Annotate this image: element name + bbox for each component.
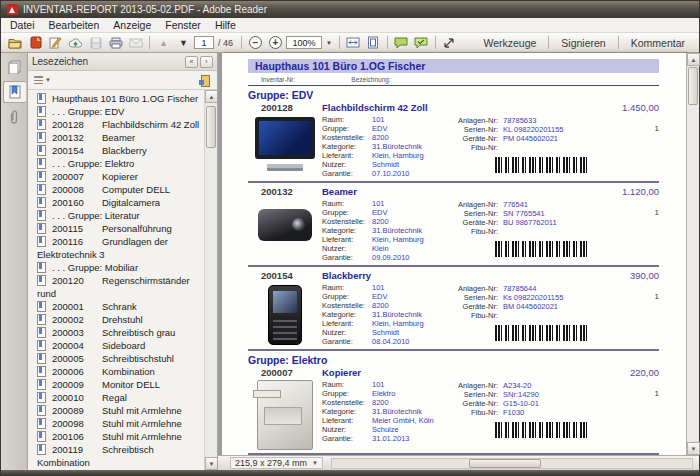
field-value: 8200	[372, 217, 440, 226]
bookmark-item[interactable]: 200120Regenschirmständer rund	[28, 274, 204, 300]
field-value: 101	[372, 199, 440, 208]
bookmark-item[interactable]: 200007Kopierer	[28, 170, 204, 183]
bookmark-item[interactable]: . . . Gruppe: EDV	[28, 105, 204, 118]
field-value: EDV	[372, 292, 440, 301]
werkzeuge-button[interactable]: Werkzeuge	[474, 33, 545, 52]
panel-menu-icon[interactable]: ›	[200, 56, 213, 68]
bookmark-item[interactable]: 200116Grundlagen der Elektrotechnik 3	[28, 235, 204, 261]
bookmark-number: 200128	[52, 118, 102, 131]
signieren-button[interactable]: Signieren	[552, 33, 614, 52]
field-label: Geräte-Nr:	[440, 399, 498, 408]
field-label: Anlagen-Nr:	[440, 116, 498, 125]
zoom-dropdown-arrow[interactable]: ▼	[323, 40, 335, 46]
document-status-bar: 215,9 x 279,4 mm ▼	[218, 455, 699, 470]
page-size-selector[interactable]: 215,9 x 279,4 mm ▼	[230, 457, 323, 469]
item-title: Blackberry	[322, 270, 630, 281]
zoom-level-value[interactable]: 100%	[286, 36, 322, 49]
bookmark-item[interactable]: 200004Sideboard	[28, 339, 204, 352]
document-vertical-scrollbar[interactable]: ▲ ▼	[686, 53, 699, 455]
fit-width-icon[interactable]	[344, 34, 363, 51]
bookmark-item[interactable]: 200003Schreibtisch grau	[28, 326, 204, 339]
bookmark-item[interactable]: . . . Gruppe: Mobiliar	[28, 261, 204, 274]
attachments-tab-icon[interactable]	[3, 106, 26, 128]
field-label: Kostenstelle:	[322, 301, 372, 310]
item-barcode	[495, 157, 587, 173]
zoom-out-icon[interactable]: −	[246, 34, 265, 51]
bookmark-item[interactable]: 200154Blackberry	[28, 144, 204, 157]
bookmark-icon	[37, 327, 46, 338]
bookmark-item[interactable]: 200106Stuhl mit Armlehne	[28, 430, 204, 443]
bookmark-number: 200004	[52, 339, 102, 352]
bookmark-item[interactable]: 200115Personalführung	[28, 222, 204, 235]
scroll-up-icon[interactable]: ▲	[205, 90, 217, 103]
create-pdf-icon[interactable]	[26, 34, 45, 51]
kommentar-button[interactable]: Kommentar	[622, 33, 694, 52]
bookmark-item[interactable]: 200098Stuhl mit Armlehne	[28, 417, 204, 430]
menu-hilfe[interactable]: Hilfe	[208, 18, 243, 32]
title-bar: INVENTAR-REPORT 2013-05-02.PDF - Adobe R…	[1, 1, 699, 18]
field-label: Serien-Nr:	[440, 125, 498, 134]
fit-page-icon[interactable]	[364, 34, 383, 51]
scroll-down-icon[interactable]: ▼	[205, 457, 217, 470]
bookmarks-scrollbar[interactable]: ▲ ▼	[204, 90, 217, 470]
bookmark-item[interactable]: Haupthaus 101 Büro 1.OG Fischer	[28, 92, 204, 105]
bookmark-item[interactable]: 200002Drehstuhl	[28, 313, 204, 326]
bookmark-item[interactable]: 200005Schreibtischstuhl	[28, 352, 204, 365]
bookmark-number: 200006	[52, 365, 102, 378]
item-barcode	[495, 241, 587, 257]
menu-fenster[interactable]: Fenster	[158, 18, 208, 32]
bookmark-item[interactable]: 200132Beamer	[28, 131, 204, 144]
expand-current-bookmark-icon[interactable]	[199, 74, 211, 86]
bookmark-item[interactable]: 200128Flachbildschirm 42 Zoll	[28, 118, 204, 131]
page-down-icon[interactable]: ▼	[174, 34, 193, 51]
save-icon[interactable]	[86, 34, 105, 51]
bookmark-item[interactable]: 200160Digitalcamera	[28, 196, 204, 209]
print-icon[interactable]	[106, 34, 125, 51]
page-thumbnails-tab-icon[interactable]	[3, 56, 26, 78]
comment-icon[interactable]	[392, 34, 411, 51]
collapse-panel-icon[interactable]: «	[185, 56, 198, 68]
compose-icon[interactable]	[46, 34, 65, 51]
bookmark-item[interactable]: . . . Gruppe: Literatur	[28, 209, 204, 222]
bookmark-item[interactable]: 200010Regal	[28, 391, 204, 404]
bookmark-item[interactable]: 200119Schreibtisch Kombination	[28, 443, 204, 469]
bookmark-item[interactable]: 200089Stuhl mit Armlehne	[28, 404, 204, 417]
field-label: Geräte-Nr:	[440, 302, 498, 311]
menu-datei[interactable]: Datei	[3, 18, 42, 32]
bookmark-item[interactable]: . . . Gruppe: Elektro	[28, 157, 204, 170]
review-comment-icon[interactable]	[412, 34, 431, 51]
fullscreen-icon[interactable]	[440, 34, 459, 51]
page-up-icon[interactable]: ▲	[154, 34, 173, 51]
menu-anzeige[interactable]: Anzeige	[106, 18, 158, 32]
bookmark-item[interactable]: 200009Monitor DELL	[28, 378, 204, 391]
bookmark-item[interactable]: 200008Computer DELL	[28, 183, 204, 196]
open-icon[interactable]	[6, 34, 25, 51]
field-label: Nutzer:	[322, 425, 372, 434]
scroll-thumb[interactable]	[206, 106, 216, 148]
bookmark-label: . . . Gruppe: EDV	[52, 106, 124, 117]
bookmarks-tab-icon[interactable]	[3, 81, 26, 103]
field-label: Anlagen-Nr:	[440, 284, 498, 293]
document-horizontal-scrollbar[interactable]	[331, 458, 693, 469]
adobe-reader-icon	[7, 4, 18, 15]
bookmark-number: 200001	[52, 300, 102, 313]
scroll-down-icon[interactable]: ▼	[687, 442, 700, 455]
bookmark-item[interactable]: 200120Regenschirmständer rund	[28, 469, 204, 470]
page-number-input[interactable]	[194, 36, 214, 49]
menu-bearbeiten[interactable]: Bearbeiten	[42, 18, 107, 32]
field-label: Kategorie:	[322, 142, 372, 151]
bookmark-number: 200003	[52, 326, 102, 339]
adobe-send-cloud-icon[interactable]	[66, 34, 85, 51]
field-value: 08.04.2010	[372, 337, 440, 346]
field-label: Raum:	[322, 283, 372, 292]
bookmark-item[interactable]: 200006Kombination	[28, 365, 204, 378]
scroll-up-icon[interactable]: ▲	[687, 53, 700, 66]
field-label: Fibu-Nr:	[440, 311, 498, 320]
bookmarks-options-menu-icon[interactable]: ▼	[34, 74, 51, 87]
zoom-in-icon[interactable]: +	[266, 34, 285, 51]
field-value: Klein	[372, 244, 440, 253]
email-icon[interactable]	[126, 34, 145, 51]
scroll-thumb[interactable]	[469, 459, 541, 468]
bookmark-item[interactable]: 200001Schrank	[28, 300, 204, 313]
scroll-thumb[interactable]	[688, 67, 698, 105]
